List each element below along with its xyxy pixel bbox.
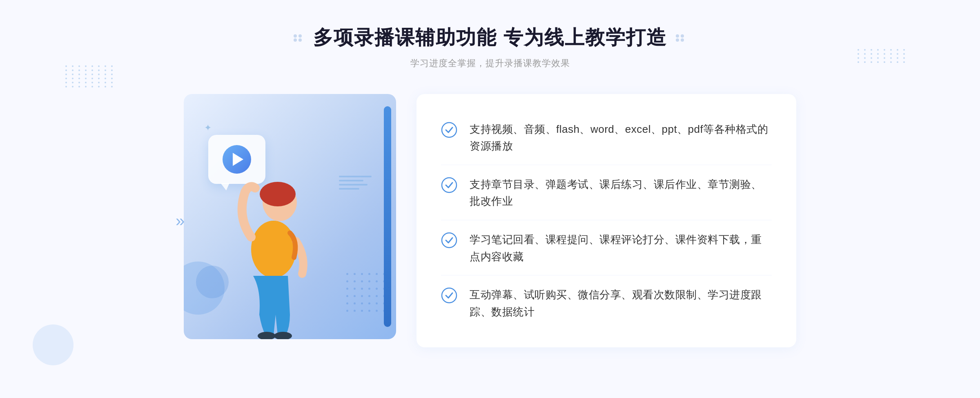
dots-decoration-left: [65, 65, 114, 114]
svg-point-8: [251, 221, 296, 278]
dots-decoration-right: [858, 49, 898, 90]
feature-text-1: 支持视频、音频、flash、word、excel、ppt、pdf等各种格式的资源…: [470, 121, 772, 155]
title-decorator-right: [675, 34, 687, 42]
svg-point-16: [442, 288, 457, 303]
subtitle: 学习进度全掌握，提升录播课教学效果: [293, 57, 687, 69]
illustration-container: ✦: [184, 94, 421, 347]
svg-point-6: [676, 38, 679, 42]
main-title: 多项录播课辅助功能 专为线上教学打造: [313, 25, 666, 51]
svg-point-12: [274, 332, 292, 339]
illustration-background: ✦: [184, 94, 396, 339]
feature-item-4: 互动弹幕、试听购买、微信分享、观看次数限制、学习进度跟踪、数据统计: [441, 277, 772, 330]
svg-point-14: [442, 178, 457, 192]
feature-item-1: 支持视频、音频、flash、word、excel、ppt、pdf等各种格式的资源…: [441, 111, 772, 165]
line-1: [339, 176, 372, 177]
svg-point-3: [298, 38, 302, 42]
svg-point-7: [681, 38, 684, 42]
svg-point-4: [676, 34, 679, 38]
svg-point-13: [442, 123, 457, 137]
line-4: [339, 188, 359, 190]
bottom-circle-decoration: [33, 324, 74, 365]
features-panel: 支持视频、音频、flash、word、excel、ppt、pdf等各种格式的资源…: [416, 94, 796, 347]
check-icon-1: [441, 122, 457, 138]
lines-decoration: [339, 176, 372, 190]
feature-text-3: 学习笔记回看、课程提问、课程评论打分、课件资料下载，重点内容收藏: [470, 231, 772, 265]
svg-point-2: [294, 38, 297, 42]
header-section: 多项录播课辅助功能 专为线上教学打造 学习进度全掌握，提升录播课教学效果: [293, 25, 687, 69]
content-area: ✦: [184, 94, 796, 347]
person-illustration: [208, 135, 339, 339]
feature-text-4: 互动弹幕、试听购买、微信分享、观看次数限制、学习进度跟踪、数据统计: [470, 286, 772, 320]
svg-point-15: [442, 233, 457, 248]
feature-text-2: 支持章节目录、弹题考试、课后练习、课后作业、章节测验、批改作业: [470, 176, 772, 210]
svg-point-5: [681, 34, 684, 38]
illustration-dots: [346, 273, 388, 315]
star-decoration: ✦: [204, 123, 212, 133]
check-icon-2: [441, 177, 457, 193]
title-decorator-left: [293, 34, 305, 42]
check-icon-4: [441, 287, 457, 304]
line-2: [339, 180, 363, 181]
svg-point-0: [294, 34, 297, 38]
title-row: 多项录播课辅助功能 专为线上教学打造: [293, 25, 687, 51]
check-icon-3: [441, 232, 457, 248]
line-3: [339, 184, 368, 186]
svg-point-10: [260, 182, 296, 206]
svg-point-1: [298, 34, 302, 38]
chevron-left-icon: »: [176, 212, 185, 230]
feature-item-2: 支持章节目录、弹题考试、课后练习、课后作业、章节测验、批改作业: [441, 166, 772, 220]
feature-item-3: 学习笔记回看、课程提问、课程评论打分、课件资料下载，重点内容收藏: [441, 221, 772, 275]
blue-accent-bar: [384, 106, 391, 327]
page-container: 多项录播课辅助功能 专为线上教学打造 学习进度全掌握，提升录播课教学效果: [0, 0, 980, 398]
